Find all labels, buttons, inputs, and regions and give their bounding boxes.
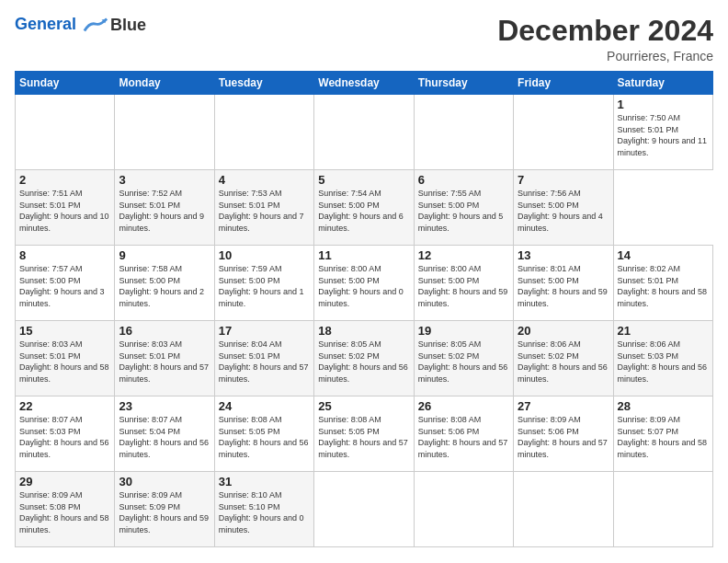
day-number: 17 xyxy=(219,324,310,338)
page: General Blue December 2024 Pourrieres, F… xyxy=(0,0,728,563)
day-info: Sunrise: 8:10 AMSunset: 5:10 PMDaylight:… xyxy=(219,489,310,535)
col-friday: Friday xyxy=(514,72,613,95)
day-number: 31 xyxy=(219,475,310,488)
day-cell: 14 Sunrise: 8:02 AMSunset: 5:01 PMDaylig… xyxy=(613,246,712,321)
week-row-1: 2 Sunrise: 7:51 AMSunset: 5:01 PMDayligh… xyxy=(16,170,713,246)
day-cell: 17 Sunrise: 8:04 AMSunset: 5:01 PMDaylig… xyxy=(214,321,313,396)
day-cell: 25 Sunrise: 8:08 AMSunset: 5:05 PMDaylig… xyxy=(314,396,414,472)
day-info: Sunrise: 8:05 AMSunset: 5:02 PMDaylight:… xyxy=(318,339,409,385)
week-row-2: 8 Sunrise: 7:57 AMSunset: 5:00 PMDayligh… xyxy=(16,246,713,321)
day-cell: 29 Sunrise: 8:09 AMSunset: 5:08 PMDaylig… xyxy=(16,472,115,547)
day-cell xyxy=(414,472,513,547)
day-info: Sunrise: 7:59 AMSunset: 5:00 PMDaylight:… xyxy=(219,263,310,309)
day-cell: 27 Sunrise: 8:09 AMSunset: 5:06 PMDaylig… xyxy=(514,396,613,472)
day-info: Sunrise: 7:53 AMSunset: 5:01 PMDaylight:… xyxy=(219,188,310,234)
day-info: Sunrise: 8:01 AMSunset: 5:00 PMDaylight:… xyxy=(518,263,609,309)
day-number: 5 xyxy=(318,173,409,187)
day-cell: 13 Sunrise: 8:01 AMSunset: 5:00 PMDaylig… xyxy=(514,246,613,321)
day-cell: 22 Sunrise: 8:07 AMSunset: 5:03 PMDaylig… xyxy=(16,396,115,472)
day-info: Sunrise: 8:03 AMSunset: 5:01 PMDaylight:… xyxy=(119,339,210,385)
day-cell xyxy=(514,95,613,170)
week-row-0: 1 Sunrise: 7:50 AMSunset: 5:01 PMDayligh… xyxy=(16,95,713,170)
day-cell: 23 Sunrise: 8:07 AMSunset: 5:04 PMDaylig… xyxy=(115,396,214,472)
day-cell xyxy=(115,95,214,170)
day-info: Sunrise: 8:09 AMSunset: 5:08 PMDaylight:… xyxy=(19,489,110,535)
location: Pourrieres, France xyxy=(497,49,713,63)
day-number: 21 xyxy=(618,324,709,338)
day-info: Sunrise: 7:50 AMSunset: 5:01 PMDaylight:… xyxy=(618,112,709,158)
day-info: Sunrise: 7:58 AMSunset: 5:00 PMDaylight:… xyxy=(119,263,210,309)
day-cell xyxy=(314,472,414,547)
day-cell: 19 Sunrise: 8:05 AMSunset: 5:02 PMDaylig… xyxy=(414,321,513,396)
day-info: Sunrise: 7:52 AMSunset: 5:01 PMDaylight:… xyxy=(119,188,210,234)
day-cell: 7 Sunrise: 7:56 AMSunset: 5:00 PMDayligh… xyxy=(514,170,613,246)
day-cell: 28 Sunrise: 8:09 AMSunset: 5:07 PMDaylig… xyxy=(613,396,712,472)
day-number: 4 xyxy=(219,173,310,187)
day-cell: 10 Sunrise: 7:59 AMSunset: 5:00 PMDaylig… xyxy=(214,246,313,321)
day-number: 27 xyxy=(518,399,609,413)
day-cell: 9 Sunrise: 7:58 AMSunset: 5:00 PMDayligh… xyxy=(115,246,214,321)
week-row-3: 15 Sunrise: 8:03 AMSunset: 5:01 PMDaylig… xyxy=(16,321,713,396)
col-thursday: Thursday xyxy=(414,72,513,95)
day-info: Sunrise: 7:56 AMSunset: 5:00 PMDaylight:… xyxy=(518,188,609,234)
day-cell: 5 Sunrise: 7:54 AMSunset: 5:00 PMDayligh… xyxy=(314,170,414,246)
day-number: 8 xyxy=(19,248,110,262)
day-cell: 2 Sunrise: 7:51 AMSunset: 5:01 PMDayligh… xyxy=(16,170,115,246)
day-number: 16 xyxy=(119,324,210,338)
day-cell: 12 Sunrise: 8:00 AMSunset: 5:00 PMDaylig… xyxy=(414,246,513,321)
day-cell: 4 Sunrise: 7:53 AMSunset: 5:01 PMDayligh… xyxy=(214,170,313,246)
day-number: 19 xyxy=(418,324,509,338)
day-cell xyxy=(214,95,313,170)
day-cell: 21 Sunrise: 8:06 AMSunset: 5:03 PMDaylig… xyxy=(613,321,712,396)
title-section: December 2024 Pourrieres, France xyxy=(497,15,713,63)
col-saturday: Saturday xyxy=(613,72,712,95)
day-number: 6 xyxy=(418,173,509,187)
col-sunday: Sunday xyxy=(16,72,115,95)
day-info: Sunrise: 8:00 AMSunset: 5:00 PMDaylight:… xyxy=(418,263,509,309)
day-info: Sunrise: 8:07 AMSunset: 5:04 PMDaylight:… xyxy=(119,414,210,460)
day-number: 25 xyxy=(318,399,409,413)
day-cell: 1 Sunrise: 7:50 AMSunset: 5:01 PMDayligh… xyxy=(613,95,712,170)
day-info: Sunrise: 8:09 AMSunset: 5:06 PMDaylight:… xyxy=(518,414,609,460)
day-number: 13 xyxy=(518,248,609,262)
day-number: 15 xyxy=(19,324,110,338)
day-cell: 8 Sunrise: 7:57 AMSunset: 5:00 PMDayligh… xyxy=(16,246,115,321)
day-cell: 18 Sunrise: 8:05 AMSunset: 5:02 PMDaylig… xyxy=(314,321,414,396)
day-cell xyxy=(514,472,613,547)
day-info: Sunrise: 8:04 AMSunset: 5:01 PMDaylight:… xyxy=(219,339,310,385)
col-monday: Monday xyxy=(115,72,214,95)
day-cell: 11 Sunrise: 8:00 AMSunset: 5:00 PMDaylig… xyxy=(314,246,414,321)
day-number: 1 xyxy=(618,98,709,111)
day-number: 11 xyxy=(318,248,409,262)
logo: General Blue xyxy=(15,15,146,35)
day-cell: 20 Sunrise: 8:06 AMSunset: 5:02 PMDaylig… xyxy=(514,321,613,396)
day-info: Sunrise: 8:02 AMSunset: 5:01 PMDaylight:… xyxy=(618,263,709,309)
header: General Blue December 2024 Pourrieres, F… xyxy=(15,15,713,63)
day-cell xyxy=(613,472,712,547)
month-title: December 2024 xyxy=(497,15,713,47)
day-info: Sunrise: 8:06 AMSunset: 5:03 PMDaylight:… xyxy=(618,339,709,385)
calendar: Sunday Monday Tuesday Wednesday Thursday… xyxy=(15,71,713,547)
logo-text: General xyxy=(15,15,110,35)
day-cell: 30 Sunrise: 8:09 AMSunset: 5:09 PMDaylig… xyxy=(115,472,214,547)
day-cell: 15 Sunrise: 8:03 AMSunset: 5:01 PMDaylig… xyxy=(16,321,115,396)
day-info: Sunrise: 8:00 AMSunset: 5:00 PMDaylight:… xyxy=(318,263,409,309)
day-number: 9 xyxy=(119,248,210,262)
logo-bird-icon xyxy=(83,15,108,35)
calendar-header-row: Sunday Monday Tuesday Wednesday Thursday… xyxy=(16,72,713,95)
day-cell: 16 Sunrise: 8:03 AMSunset: 5:01 PMDaylig… xyxy=(115,321,214,396)
day-number: 2 xyxy=(19,173,110,187)
day-number: 14 xyxy=(618,248,709,262)
day-cell: 24 Sunrise: 8:08 AMSunset: 5:05 PMDaylig… xyxy=(214,396,313,472)
day-number: 30 xyxy=(119,475,210,488)
day-info: Sunrise: 8:09 AMSunset: 5:07 PMDaylight:… xyxy=(618,414,709,460)
day-number: 3 xyxy=(119,173,210,187)
day-cell xyxy=(314,95,414,170)
day-info: Sunrise: 8:07 AMSunset: 5:03 PMDaylight:… xyxy=(19,414,110,460)
day-info: Sunrise: 8:06 AMSunset: 5:02 PMDaylight:… xyxy=(518,339,609,385)
col-wednesday: Wednesday xyxy=(314,72,414,95)
day-info: Sunrise: 8:09 AMSunset: 5:09 PMDaylight:… xyxy=(119,489,210,535)
week-row-5: 29 Sunrise: 8:09 AMSunset: 5:08 PMDaylig… xyxy=(16,472,713,547)
day-cell xyxy=(16,95,115,170)
day-number: 12 xyxy=(418,248,509,262)
